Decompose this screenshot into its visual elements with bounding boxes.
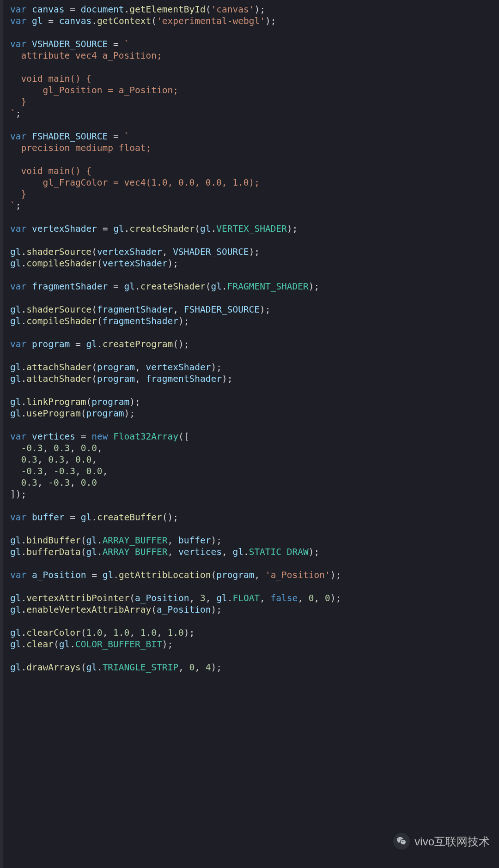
wechat-icon xyxy=(393,833,410,850)
editor-gutter xyxy=(0,0,3,868)
code-editor: var canvas = document.getElementById('ca… xyxy=(0,0,499,868)
watermark: vivo互联网技术 xyxy=(393,833,490,850)
code-content[interactable]: var canvas = document.getElementById('ca… xyxy=(10,4,499,673)
watermark-label: vivo互联网技术 xyxy=(414,836,490,847)
